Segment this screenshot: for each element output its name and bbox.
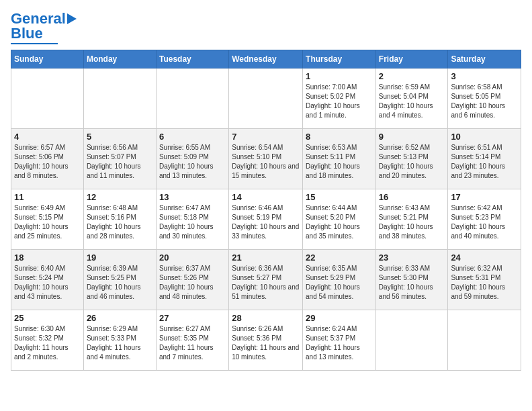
day-info: Sunrise: 6:46 AM Sunset: 5:19 PM Dayligh… — [232, 203, 300, 241]
calendar-cell: 23Sunrise: 6:33 AM Sunset: 5:30 PM Dayli… — [375, 250, 448, 310]
day-info: Sunrise: 6:37 AM Sunset: 5:26 PM Dayligh… — [159, 264, 226, 302]
calendar-cell: 19Sunrise: 6:39 AM Sunset: 5:25 PM Dayli… — [83, 250, 156, 310]
day-number: 26 — [87, 313, 153, 323]
day-number: 25 — [14, 313, 81, 323]
day-of-week-header: Tuesday — [156, 50, 228, 68]
calendar-cell: 13Sunrise: 6:47 AM Sunset: 5:18 PM Dayli… — [156, 189, 228, 250]
day-info: Sunrise: 6:26 AM Sunset: 5:36 PM Dayligh… — [232, 324, 300, 362]
day-info: Sunrise: 6:39 AM Sunset: 5:25 PM Dayligh… — [87, 264, 153, 302]
day-info: Sunrise: 6:30 AM Sunset: 5:32 PM Dayligh… — [14, 324, 81, 362]
day-number: 11 — [14, 192, 81, 202]
day-info: Sunrise: 6:53 AM Sunset: 5:11 PM Dayligh… — [306, 143, 373, 181]
day-info: Sunrise: 6:55 AM Sunset: 5:09 PM Dayligh… — [159, 143, 226, 181]
day-info: Sunrise: 6:35 AM Sunset: 5:29 PM Dayligh… — [306, 264, 373, 302]
day-number: 17 — [451, 192, 518, 202]
calendar-cell: 5Sunrise: 6:56 AM Sunset: 5:07 PM Daylig… — [83, 129, 156, 189]
day-info: Sunrise: 6:44 AM Sunset: 5:20 PM Dayligh… — [306, 203, 373, 241]
day-info: Sunrise: 6:58 AM Sunset: 5:05 PM Dayligh… — [451, 83, 518, 120]
calendar-cell: 16Sunrise: 6:43 AM Sunset: 5:21 PM Dayli… — [375, 189, 448, 250]
day-info: Sunrise: 6:47 AM Sunset: 5:18 PM Dayligh… — [159, 203, 226, 241]
day-number: 1 — [306, 71, 373, 81]
calendar-week-row: 18Sunrise: 6:40 AM Sunset: 5:24 PM Dayli… — [11, 250, 521, 310]
day-info: Sunrise: 6:42 AM Sunset: 5:23 PM Dayligh… — [451, 203, 518, 241]
calendar-cell: 7Sunrise: 6:54 AM Sunset: 5:10 PM Daylig… — [229, 129, 303, 189]
day-number: 15 — [306, 192, 373, 202]
calendar-cell: 18Sunrise: 6:40 AM Sunset: 5:24 PM Dayli… — [11, 250, 84, 310]
day-of-week-header: Monday — [83, 50, 156, 68]
day-number: 22 — [306, 253, 373, 263]
calendar-cell: 27Sunrise: 6:27 AM Sunset: 5:35 PM Dayli… — [156, 310, 228, 371]
calendar-cell — [448, 310, 521, 371]
logo: General Blue — [11, 11, 77, 44]
calendar-cell: 14Sunrise: 6:46 AM Sunset: 5:19 PM Dayli… — [229, 189, 303, 250]
logo-underline — [11, 43, 58, 44]
calendar-cell — [375, 310, 448, 371]
day-number: 6 — [159, 132, 226, 142]
day-number: 28 — [232, 313, 300, 323]
calendar-cell: 8Sunrise: 6:53 AM Sunset: 5:11 PM Daylig… — [303, 129, 376, 189]
calendar-cell: 12Sunrise: 6:48 AM Sunset: 5:16 PM Dayli… — [83, 189, 156, 250]
day-info: Sunrise: 6:56 AM Sunset: 5:07 PM Dayligh… — [87, 143, 153, 181]
calendar-cell: 15Sunrise: 6:44 AM Sunset: 5:20 PM Dayli… — [303, 189, 376, 250]
logo-arrow-icon — [67, 13, 77, 24]
day-of-week-header: Saturday — [448, 50, 521, 68]
day-number: 19 — [87, 253, 153, 263]
day-info: Sunrise: 6:51 AM Sunset: 5:14 PM Dayligh… — [451, 143, 518, 181]
calendar-cell — [156, 68, 228, 129]
day-info: Sunrise: 6:36 AM Sunset: 5:27 PM Dayligh… — [232, 264, 300, 302]
day-number: 23 — [379, 253, 445, 263]
calendar-cell — [229, 68, 303, 129]
calendar-cell: 6Sunrise: 6:55 AM Sunset: 5:09 PM Daylig… — [156, 129, 228, 189]
day-info: Sunrise: 6:32 AM Sunset: 5:31 PM Dayligh… — [451, 264, 518, 302]
calendar-cell: 26Sunrise: 6:29 AM Sunset: 5:33 PM Dayli… — [83, 310, 156, 371]
calendar-cell: 22Sunrise: 6:35 AM Sunset: 5:29 PM Dayli… — [303, 250, 376, 310]
calendar-table: SundayMondayTuesdayWednesdayThursdayFrid… — [11, 50, 521, 371]
day-info: Sunrise: 6:48 AM Sunset: 5:16 PM Dayligh… — [87, 203, 153, 241]
day-info: Sunrise: 6:52 AM Sunset: 5:13 PM Dayligh… — [379, 143, 445, 181]
day-number: 20 — [159, 253, 226, 263]
logo-text-blue: Blue — [11, 26, 43, 42]
calendar-cell: 28Sunrise: 6:26 AM Sunset: 5:36 PM Dayli… — [229, 310, 303, 371]
day-number: 12 — [87, 192, 153, 202]
calendar-cell: 24Sunrise: 6:32 AM Sunset: 5:31 PM Dayli… — [448, 250, 521, 310]
day-number: 10 — [451, 132, 518, 142]
day-of-week-header: Thursday — [303, 50, 376, 68]
day-number: 13 — [159, 192, 226, 202]
day-info: Sunrise: 6:43 AM Sunset: 5:21 PM Dayligh… — [379, 203, 445, 241]
calendar-week-row: 4Sunrise: 6:57 AM Sunset: 5:06 PM Daylig… — [11, 129, 521, 189]
day-number: 7 — [232, 132, 300, 142]
day-info: Sunrise: 7:00 AM Sunset: 5:02 PM Dayligh… — [306, 83, 373, 120]
day-number: 24 — [451, 253, 518, 263]
day-info: Sunrise: 6:57 AM Sunset: 5:06 PM Dayligh… — [14, 143, 81, 181]
calendar-cell: 29Sunrise: 6:24 AM Sunset: 5:37 PM Dayli… — [303, 310, 376, 371]
day-number: 16 — [379, 192, 445, 202]
day-info: Sunrise: 6:27 AM Sunset: 5:35 PM Dayligh… — [159, 324, 226, 362]
calendar-cell — [83, 68, 156, 129]
calendar-cell: 1Sunrise: 7:00 AM Sunset: 5:02 PM Daylig… — [303, 68, 376, 129]
calendar-cell — [11, 68, 84, 129]
calendar-week-row: 25Sunrise: 6:30 AM Sunset: 5:32 PM Dayli… — [11, 310, 521, 371]
day-number: 27 — [159, 313, 226, 323]
calendar-cell: 10Sunrise: 6:51 AM Sunset: 5:14 PM Dayli… — [448, 129, 521, 189]
calendar-cell: 9Sunrise: 6:52 AM Sunset: 5:13 PM Daylig… — [375, 129, 448, 189]
day-number: 8 — [306, 132, 373, 142]
day-number: 21 — [232, 253, 300, 263]
day-number: 14 — [232, 192, 300, 202]
day-number: 5 — [87, 132, 153, 142]
day-number: 4 — [14, 132, 81, 142]
day-info: Sunrise: 6:24 AM Sunset: 5:37 PM Dayligh… — [306, 324, 373, 362]
calendar-header-row: SundayMondayTuesdayWednesdayThursdayFrid… — [11, 50, 521, 68]
calendar-cell: 4Sunrise: 6:57 AM Sunset: 5:06 PM Daylig… — [11, 129, 84, 189]
calendar-cell: 20Sunrise: 6:37 AM Sunset: 5:26 PM Dayli… — [156, 250, 228, 310]
day-number: 9 — [379, 132, 445, 142]
calendar-cell: 11Sunrise: 6:49 AM Sunset: 5:15 PM Dayli… — [11, 189, 84, 250]
day-number: 3 — [451, 71, 518, 81]
day-of-week-header: Friday — [375, 50, 448, 68]
day-of-week-header: Sunday — [11, 50, 84, 68]
day-info: Sunrise: 6:54 AM Sunset: 5:10 PM Dayligh… — [232, 143, 300, 181]
calendar-week-row: 11Sunrise: 6:49 AM Sunset: 5:15 PM Dayli… — [11, 189, 521, 250]
page-header: General Blue — [11, 11, 521, 44]
day-info: Sunrise: 6:49 AM Sunset: 5:15 PM Dayligh… — [14, 203, 81, 241]
calendar-cell: 3Sunrise: 6:58 AM Sunset: 5:05 PM Daylig… — [448, 68, 521, 129]
calendar-cell: 2Sunrise: 6:59 AM Sunset: 5:04 PM Daylig… — [375, 68, 448, 129]
